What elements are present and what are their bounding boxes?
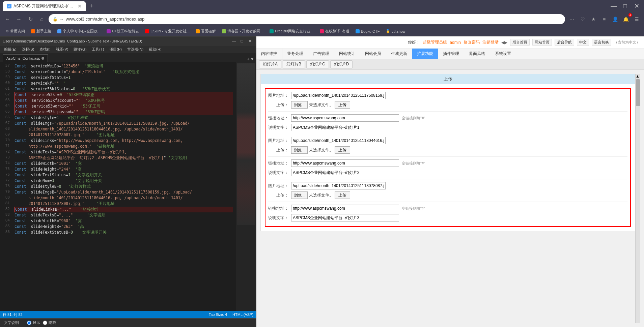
nav-business[interactable]: 业务处理 <box>282 49 308 59</box>
browser-window: A ASPCMS 开源网站管理系统-扩... ✕ + — □ ✕ ← → ↻ ⌂… <box>0 0 644 327</box>
slide1-upload-btn[interactable]: 上传 <box>335 101 350 109</box>
notifications-icon[interactable]: 🔔4 <box>621 14 631 24</box>
back-button[interactable]: ← <box>3 14 12 24</box>
slide3-upload-btn[interactable]: 上传 <box>335 191 350 199</box>
slide2-img-input[interactable] <box>291 137 386 144</box>
slide2-upload-btn[interactable]: 上传 <box>335 146 350 154</box>
btn-backend-nav[interactable]: 后台导航 <box>555 39 574 46</box>
slide1-img-input[interactable] <box>291 92 386 99</box>
sublime-editor[interactable]: 57 58 59 60 61 62 63 64 65 66 67 68 69 7… <box>0 62 256 311</box>
cms-logout-link[interactable]: 注销登录 <box>482 39 499 45</box>
subnav-slide-a[interactable]: 幻灯片A <box>259 60 281 68</box>
menu-view[interactable]: 视图(V) <box>53 46 71 53</box>
slide3-img-input[interactable] <box>291 182 386 189</box>
menu-tools[interactable]: 工具(T) <box>89 46 107 53</box>
nav-plugins[interactable]: 插件管理 <box>438 49 464 59</box>
maximize-button[interactable]: □ <box>620 1 630 11</box>
subnav-slide-b[interactable]: 幻灯片B <box>283 60 305 68</box>
browser-tab-active[interactable]: A ASPCMS 开源网站管理系统-扩... ✕ <box>3 1 86 11</box>
nav-theme[interactable]: 界面风格 <box>464 49 490 59</box>
menu-help[interactable]: 帮助(H) <box>146 46 164 53</box>
btn-lang-switch[interactable]: 语言切换 <box>592 39 611 46</box>
sublime-close-btn[interactable]: ✕ <box>247 38 253 44</box>
slide2-desc-input[interactable] <box>291 169 399 176</box>
sublime-window-controls: — □ ✕ <box>230 38 253 44</box>
slide3-desc-input[interactable] <box>291 214 399 221</box>
cms-username-link[interactable]: admin <box>450 40 461 45</box>
code-area[interactable]: Const serviceWeiBo="123456" '新浪微博 Const … <box>12 62 236 311</box>
statusbar-tabsize: Tab Size: 4 <box>209 313 227 317</box>
menu-edit[interactable]: 编辑(E) <box>1 46 19 53</box>
menu-select[interactable]: 选择(S) <box>19 46 37 53</box>
sublime-minimize-btn[interactable]: — <box>230 38 237 44</box>
menu-find[interactable]: 查找(I) <box>37 46 53 53</box>
nav-generate[interactable]: 生成更新 <box>386 49 412 59</box>
nav-stats[interactable]: 网站统计 <box>334 49 360 59</box>
menu-project[interactable]: 项目(P) <box>107 46 124 53</box>
url-bar[interactable]: 🔒 ↔ www.cbi3.com/admin_aspcms/index.asp <box>49 14 565 24</box>
slide3-browse-btn[interactable]: 浏览... <box>291 191 308 199</box>
slide3-link-input[interactable] <box>291 205 399 212</box>
slide1-browse-btn[interactable]: 浏览... <box>291 101 308 109</box>
radio-show-option[interactable]: 显示 <box>27 320 40 325</box>
scrollbar-thumb[interactable] <box>636 79 640 106</box>
bookmark-csdn[interactable]: CSDN - 专业开发者社... <box>142 28 192 35</box>
radio-hide-input[interactable] <box>43 321 47 325</box>
nav-extensions[interactable]: 扩展功能 <box>412 49 438 59</box>
slide1-link-input[interactable] <box>291 114 399 122</box>
bookmark-freebuf[interactable]: FreeBuf网络安全行业... <box>267 28 316 35</box>
subnav-slide-c[interactable]: 幻灯片C <box>306 60 329 68</box>
slide2-browse-btn[interactable]: 浏览... <box>291 146 308 154</box>
nav-ads[interactable]: 广告管理 <box>308 49 334 59</box>
cms-change-pwd-link[interactable]: 修改密码 <box>464 39 480 45</box>
bookmark-52pojie[interactable]: 吾爱破解 <box>193 28 219 35</box>
subnav-slide-d[interactable]: 幻灯片D <box>330 60 353 68</box>
tab-add-btn[interactable]: + <box>247 56 250 62</box>
minimize-button[interactable]: — <box>609 1 618 11</box>
slide2-link-input[interactable] <box>291 159 399 167</box>
bookmark-changchong[interactable]: ⚙ 常用访问 <box>3 28 28 35</box>
menu-goto[interactable]: 跳转(G) <box>71 46 89 53</box>
close-button[interactable]: ✕ <box>632 1 641 11</box>
cms-scrollbar[interactable]: ▲ <box>635 74 640 323</box>
reader-icon[interactable]: ≡ <box>599 14 609 24</box>
bookmark-youdao[interactable]: 在线翻译_有道 <box>317 28 352 35</box>
bookmark-ctfshow[interactable]: 🏅 ctf.show <box>383 28 408 35</box>
code-line-3: Const servicekfStatus=1 <box>15 75 233 81</box>
radio-show-input[interactable] <box>27 321 31 325</box>
bookmark-bugku[interactable]: Bugku CTF <box>353 28 383 35</box>
menu-icon[interactable]: ☰ <box>632 14 641 24</box>
btn-backend-home[interactable]: 后台首页 <box>510 39 530 46</box>
refresh-button[interactable]: ↻ <box>26 14 35 24</box>
bookmark-newbie[interactable]: 新手上路 <box>28 28 54 35</box>
slide1-desc-input[interactable] <box>291 124 399 131</box>
heart-icon[interactable]: ♡ <box>578 14 587 24</box>
slide3-link-label: 链接地址： <box>268 206 288 211</box>
bookmark-favicon-bugku <box>356 29 360 33</box>
bookmark-uplus[interactable]: U+新工科智慧云 <box>104 28 142 35</box>
bookmark-cnblogs[interactable]: 博客园 - 开发者的网... <box>219 28 266 35</box>
cms-panel: 你好： 超级管理员组 admin 修改密码 注销登录 ◀▶ 后台首页 网站首页 … <box>256 36 644 327</box>
new-tab-button[interactable]: + <box>87 1 96 11</box>
nav-content[interactable]: 内容维护 <box>256 49 282 59</box>
tab-menu-btn[interactable]: ▾ <box>251 56 253 62</box>
tab-close-btn[interactable]: ✕ <box>78 3 82 9</box>
nav-members[interactable]: 网站会员 <box>360 49 386 59</box>
scrollbar-up-btn[interactable]: ▲ <box>636 74 640 78</box>
code-line-27: Const slideTextsB=", ,," '文字说明 <box>15 212 233 218</box>
home-button[interactable]: ⌂ <box>37 14 47 24</box>
btn-site-home[interactable]: 网站首页 <box>532 39 552 46</box>
sublime-menu-bar: 编辑(E) 选择(S) 查找(I) 视图(V) 跳转(G) 工具(T) 项目(P… <box>0 46 256 53</box>
profile-icon[interactable]: 👤 <box>610 14 620 24</box>
bookmark-study[interactable]: 个人学习中心-全国政... <box>55 28 103 35</box>
extensions-icon[interactable]: ⋯ <box>567 14 577 24</box>
sublime-tab-config[interactable]: AspCms_Config.asp <box>3 54 48 62</box>
forward-button[interactable]: → <box>14 14 24 24</box>
nav-settings[interactable]: 系统设置 <box>490 49 516 59</box>
btn-lang-zh[interactable]: 中文 <box>577 39 589 46</box>
bookmark-icon[interactable]: ★ <box>589 14 598 24</box>
sublime-maximize-btn[interactable]: □ <box>239 38 245 44</box>
cms-user-group-link[interactable]: 超级管理员组 <box>423 39 447 45</box>
radio-hide-option[interactable]: 隐藏 <box>43 320 56 325</box>
menu-preferences[interactable]: 首选项(N) <box>124 46 146 53</box>
